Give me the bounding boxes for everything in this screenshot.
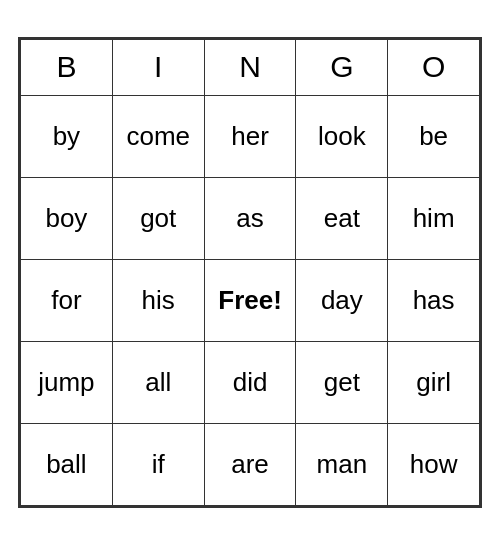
table-cell: his bbox=[112, 259, 204, 341]
bingo-table: B I N G O bycomeherlookbeboygotaseathimf… bbox=[20, 39, 480, 506]
table-cell: Free! bbox=[204, 259, 296, 341]
header-b: B bbox=[21, 39, 113, 95]
table-cell: him bbox=[388, 177, 480, 259]
table-cell: all bbox=[112, 341, 204, 423]
table-cell: has bbox=[388, 259, 480, 341]
table-cell: for bbox=[21, 259, 113, 341]
table-row: ballifaremanhow bbox=[21, 423, 480, 505]
header-row: B I N G O bbox=[21, 39, 480, 95]
table-cell: look bbox=[296, 95, 388, 177]
table-cell: day bbox=[296, 259, 388, 341]
header-g: G bbox=[296, 39, 388, 95]
table-row: forhisFree!dayhas bbox=[21, 259, 480, 341]
table-cell: eat bbox=[296, 177, 388, 259]
table-row: boygotaseathim bbox=[21, 177, 480, 259]
table-cell: did bbox=[204, 341, 296, 423]
table-cell: by bbox=[21, 95, 113, 177]
table-cell: come bbox=[112, 95, 204, 177]
bingo-card: B I N G O bycomeherlookbeboygotaseathimf… bbox=[18, 37, 482, 508]
table-cell: girl bbox=[388, 341, 480, 423]
table-cell: man bbox=[296, 423, 388, 505]
table-cell: as bbox=[204, 177, 296, 259]
header-n: N bbox=[204, 39, 296, 95]
table-cell: get bbox=[296, 341, 388, 423]
table-cell: jump bbox=[21, 341, 113, 423]
table-cell: if bbox=[112, 423, 204, 505]
table-cell: her bbox=[204, 95, 296, 177]
table-row: bycomeherlookbe bbox=[21, 95, 480, 177]
table-cell: ball bbox=[21, 423, 113, 505]
header-o: O bbox=[388, 39, 480, 95]
table-cell: boy bbox=[21, 177, 113, 259]
table-cell: how bbox=[388, 423, 480, 505]
table-cell: got bbox=[112, 177, 204, 259]
header-i: I bbox=[112, 39, 204, 95]
table-cell: are bbox=[204, 423, 296, 505]
table-cell: be bbox=[388, 95, 480, 177]
table-row: jumpalldidgetgirl bbox=[21, 341, 480, 423]
